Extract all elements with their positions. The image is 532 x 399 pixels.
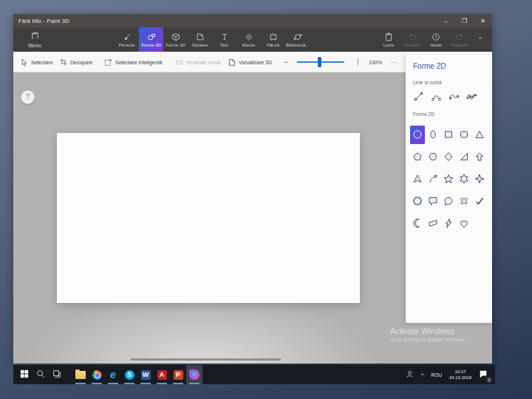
task-view-icon — [52, 368, 61, 381]
mixed-reality-button[interactable]: Realitate mixtă — [175, 52, 220, 72]
open-indicator — [124, 383, 134, 384]
shape-arrow-up[interactable] — [472, 148, 487, 166]
paste-button[interactable]: Lipire — [377, 27, 400, 52]
shape-speech-bubble-round[interactable] — [441, 192, 456, 211]
tab-biblioteca[interactable]: Bibliotecă... — [285, 27, 310, 52]
shape-right-triangle[interactable] — [457, 148, 471, 166]
tab-label: Pânză — [267, 43, 279, 47]
hidden-icons-button[interactable]: ^ — [417, 365, 428, 384]
open-indicator — [75, 383, 86, 384]
shape-curved-arrow[interactable] — [426, 170, 440, 188]
start-button[interactable] — [16, 365, 33, 384]
history-button[interactable]: Istoric — [424, 27, 448, 52]
open-indicator — [189, 383, 200, 384]
chrome-button[interactable] — [89, 365, 105, 384]
select-button[interactable]: Selectare — [21, 52, 53, 72]
sub-item-label: Realitate mixtă — [186, 60, 220, 65]
shape-banner[interactable] — [426, 214, 440, 233]
chevron-up-icon: ⌃ — [477, 36, 483, 44]
notification-center-button[interactable]: 1 — [475, 365, 491, 384]
shapes-3d-icon — [171, 33, 180, 41]
shape-star-6[interactable] — [457, 170, 471, 188]
tab-stickere[interactable]: Stickere — [188, 27, 212, 52]
shape-star-5[interactable] — [441, 170, 456, 188]
wave-tool[interactable] — [448, 90, 460, 102]
people-button[interactable] — [402, 365, 417, 384]
task-view-button[interactable] — [49, 365, 65, 384]
help-button[interactable]: ? — [21, 90, 35, 104]
search-button[interactable] — [33, 365, 49, 384]
shapes-section-label: Forme 2D — [406, 102, 492, 122]
shape-heart[interactable] — [457, 214, 471, 233]
edge-button[interactable]: e — [105, 365, 121, 384]
powerpoint-button[interactable]: P — [170, 365, 186, 384]
clock[interactable]: 10:27 24.10.2018 — [446, 365, 475, 384]
restore-button[interactable]: ❐ — [455, 14, 474, 27]
shape-triangle[interactable] — [472, 126, 487, 144]
tab-forme-3d[interactable]: Forme 3D — [163, 27, 188, 52]
brush-icon — [123, 33, 132, 41]
shape-star-4[interactable] — [472, 170, 487, 188]
open-indicator — [92, 383, 102, 384]
collapse-ribbon-button[interactable]: ⌃ — [471, 27, 489, 52]
zoom-slider-thumb[interactable] — [318, 57, 321, 67]
menu-icon — [30, 32, 40, 41]
action-label: Refacere — [451, 43, 468, 47]
watermark-line2: Go to Settings to activate Windows. — [390, 337, 466, 342]
shape-cross[interactable] — [457, 192, 471, 211]
word-button[interactable]: W — [137, 365, 154, 384]
minimize-button[interactable]: – — [437, 14, 455, 27]
shapes-2d-icon — [147, 33, 156, 41]
shape-circle[interactable] — [410, 126, 425, 144]
shape-arrowhead[interactable] — [410, 170, 425, 188]
tab-text[interactable]: Text — [212, 27, 236, 52]
redo-icon — [455, 33, 464, 41]
shape-rounded-square[interactable] — [457, 126, 471, 144]
zoom-level[interactable]: 100% — [369, 52, 382, 72]
open-indicator — [173, 383, 183, 384]
file-explorer-button[interactable] — [72, 365, 89, 384]
paint3d-window: Fără titlu - Paint 3D – ❐ ✕ Meniu — [13, 14, 492, 364]
shape-lightning[interactable] — [441, 214, 456, 233]
crop-button[interactable]: Decupare — [60, 52, 92, 72]
shape-pentagon[interactable] — [410, 148, 425, 166]
tab-pensule[interactable]: Pensule — [115, 27, 139, 52]
shape-diamond[interactable] — [441, 148, 456, 166]
select-cursor-icon — [21, 58, 28, 66]
magic-select-button[interactable]: Selectare inteligentă — [104, 52, 162, 72]
shape-oval[interactable] — [426, 126, 440, 144]
tab-panza[interactable]: Pânză — [261, 27, 285, 52]
line-tools-row — [406, 90, 492, 102]
zoom-slider[interactable] — [297, 61, 344, 63]
redo-button[interactable]: Refacere — [448, 27, 471, 52]
skype-button[interactable]: S — [121, 365, 137, 384]
zoom-out-button[interactable]: − — [284, 52, 287, 72]
undo-button[interactable]: Anulare — [400, 27, 424, 52]
language-indicator[interactable]: ROU — [428, 365, 446, 384]
horizontal-scrollbar[interactable] — [131, 358, 281, 361]
tab-efecte[interactable]: Efecte — [236, 27, 261, 52]
acrobat-button[interactable]: A — [154, 365, 170, 384]
view-3d-button[interactable]: Vizualizare 3D — [228, 52, 272, 72]
mixed-reality-icon — [175, 58, 183, 66]
close-button[interactable]: ✕ — [474, 14, 492, 27]
magic-select-icon — [104, 58, 112, 66]
drawing-canvas[interactable] — [57, 133, 360, 303]
shape-hexagon[interactable] — [426, 148, 440, 166]
shape-speech-bubble-square[interactable] — [426, 192, 440, 211]
shape-square[interactable] — [441, 126, 456, 144]
paint3d-taskbar-button[interactable] — [186, 365, 202, 384]
open-indicator — [140, 383, 151, 384]
word-icon: W — [141, 370, 151, 380]
double-curve-tool[interactable] — [466, 90, 477, 102]
shape-crescent[interactable] — [410, 214, 425, 233]
line-section-label: Linie și curbă — [406, 70, 492, 90]
tab-forme-2d[interactable]: Forme 2D — [139, 27, 163, 52]
zoom-more-button[interactable]: ⋯ — [391, 52, 397, 72]
menu-button[interactable]: Meniu — [19, 27, 50, 52]
shape-starburst[interactable] — [410, 192, 425, 211]
curve-tool[interactable] — [430, 90, 442, 102]
shape-checkmark[interactable] — [472, 192, 487, 211]
line-tool[interactable] — [412, 90, 424, 102]
titlebar: Fără titlu - Paint 3D – ❐ ✕ — [13, 14, 492, 27]
